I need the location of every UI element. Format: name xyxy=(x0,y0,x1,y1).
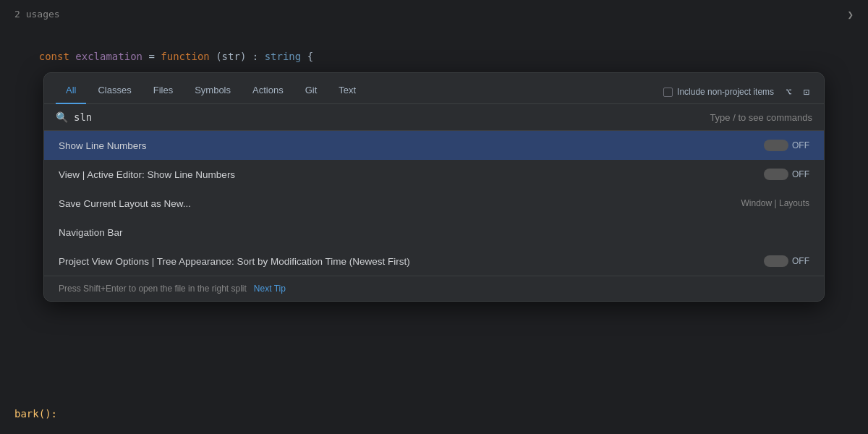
search-row: 🔍 Type / to see commands xyxy=(44,104,824,131)
search-hint: Type / to see commands xyxy=(710,112,812,123)
include-nonproject-checkbox[interactable] xyxy=(663,88,673,97)
include-nonproject-label: Include non-project items xyxy=(677,87,774,97)
tab-git[interactable]: Git xyxy=(295,80,328,104)
bottom-code-line: bark(): xyxy=(14,408,57,420)
result-item[interactable]: Show Line Numbers OFF xyxy=(44,131,824,160)
next-tip-link[interactable]: Next Tip xyxy=(254,284,286,294)
result-item[interactable]: Project View Options | Tree Appearance: … xyxy=(44,247,824,276)
expand-icon[interactable]: ⊡ xyxy=(801,85,812,99)
toggle-switch xyxy=(764,169,788,180)
result-text: Show Line Numbers xyxy=(59,140,764,151)
result-text: Navigation Bar xyxy=(59,227,809,238)
result-item[interactable]: Navigation Bar xyxy=(44,218,824,247)
tab-text[interactable]: Text xyxy=(328,80,366,104)
tab-classes[interactable]: Classes xyxy=(88,80,141,104)
var-exclamation: exclamation xyxy=(75,51,142,62)
toggle-badge: OFF xyxy=(764,140,809,151)
chevron-down-icon: ❯ xyxy=(848,9,854,20)
toggle-switch xyxy=(764,140,788,151)
keyword-const: const xyxy=(39,51,76,62)
toggle-switch xyxy=(764,255,788,267)
toggle-badge: OFF xyxy=(764,255,809,267)
toggle-label: OFF xyxy=(792,140,809,150)
result-item[interactable]: View | Active Editor: Show Line Numbers … xyxy=(44,160,824,189)
tab-all[interactable]: All xyxy=(56,80,86,104)
result-text: Project View Options | Tree Appearance: … xyxy=(59,256,764,267)
toggle-badge: OFF xyxy=(764,169,809,180)
search-icon: 🔍 xyxy=(56,111,68,123)
breadcrumb-badge: Window | Layouts xyxy=(741,198,810,208)
usages-line: 2 usages xyxy=(14,0,854,26)
overlay-footer: Press Shift+Enter to open the file in th… xyxy=(44,276,824,301)
tab-files[interactable]: Files xyxy=(143,80,183,104)
toggle-label: OFF xyxy=(792,169,809,179)
search-input[interactable] xyxy=(74,111,710,123)
result-text: View | Active Editor: Show Line Numbers xyxy=(59,169,764,180)
toggle-label: OFF xyxy=(792,256,809,266)
result-item[interactable]: Save Current Layout as New... Window | L… xyxy=(44,189,824,218)
results-list: Show Line Numbers OFF View | Active Edit… xyxy=(44,131,824,276)
function-bark: bark(): xyxy=(14,408,57,420)
tab-actions[interactable]: Actions xyxy=(242,80,294,104)
tabs-icons: ⌥ ⊡ xyxy=(783,85,812,99)
tabs-row: All Classes Files Symbols Actions Git Te… xyxy=(44,73,824,104)
tab-symbols[interactable]: Symbols xyxy=(184,80,241,104)
include-nonproject-option[interactable]: Include non-project items xyxy=(663,87,774,97)
search-overlay: All Classes Files Symbols Actions Git Te… xyxy=(43,72,825,302)
footer-hint: Press Shift+Enter to open the file in th… xyxy=(59,284,247,294)
filter-icon[interactable]: ⌥ xyxy=(783,85,794,99)
keyword-function: function xyxy=(161,51,209,62)
result-text: Save Current Layout as New... xyxy=(59,198,741,209)
